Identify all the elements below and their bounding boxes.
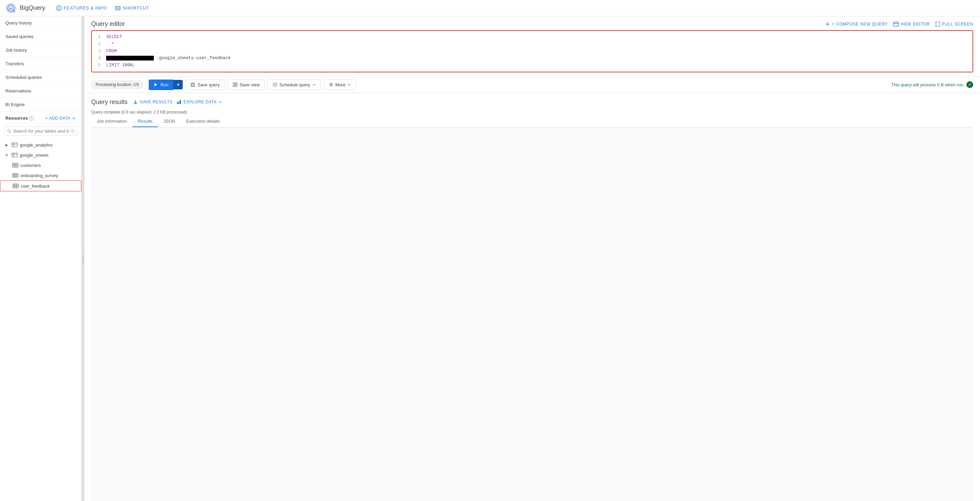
resize-handle[interactable] [82, 16, 84, 501]
results-section: Query results SAVE RESULTS [84, 93, 980, 501]
tree-item-label: customers [21, 163, 41, 168]
tab-job-information[interactable]: Job information [91, 116, 132, 127]
bigquery-logo-icon [5, 3, 16, 14]
features-info-link[interactable]: i FEATURES & INFO [56, 5, 107, 11]
download-icon [133, 100, 138, 105]
svg-rect-44 [192, 83, 194, 84]
svg-rect-9 [118, 7, 118, 8]
save-results-button[interactable]: SAVE RESULTS [133, 100, 172, 105]
hide-editor-link[interactable]: HIDE EDITOR [893, 22, 930, 27]
svg-text:i: i [58, 6, 60, 10]
sidebar-item-query-history[interactable]: Query history [0, 16, 81, 30]
dataset-icon [11, 152, 18, 158]
tab-execution-details[interactable]: Execution details [181, 116, 225, 127]
code-editor[interactable]: 1 SELECT 2 * 3 FROM 4 [91, 30, 973, 72]
chevron-down-icon: ▼ [4, 152, 10, 158]
add-data-button[interactable]: + ADD DATA [45, 116, 76, 120]
svg-point-53 [330, 84, 332, 86]
more-button[interactable]: More [324, 79, 356, 90]
code-from: FROM [106, 48, 117, 55]
tree-item-onboarding-survey[interactable]: onboarding_survey [0, 170, 81, 181]
results-actions: SAVE RESULTS EXPLORE DATA [133, 100, 222, 105]
code-line-1: 1 SELECT [96, 34, 969, 41]
svg-rect-18 [12, 143, 18, 147]
query-editor-section: Query editor + COMPOSE NEW QUERY [84, 16, 980, 93]
header-nav: i FEATURES & INFO SHORTCUT [56, 5, 150, 11]
save-view-button[interactable]: Save view [228, 79, 265, 90]
svg-marker-43 [154, 83, 157, 86]
code-line-2: 2 * [96, 41, 969, 48]
save-query-button[interactable]: Save query [185, 79, 225, 90]
tree-item-label: onboarding_survey [21, 173, 58, 178]
line-num: 1 [96, 34, 101, 41]
save-icon [191, 82, 195, 87]
query-complete-text: Query complete (0.6 sec elapsed, 2.3 KB … [91, 108, 973, 116]
compose-new-query-label: + COMPOSE NEW QUERY [832, 22, 888, 27]
tree-item-google-analytics[interactable]: ▶ google_analytics [0, 140, 81, 150]
svg-rect-55 [177, 102, 178, 104]
dropdown-arrow-icon [72, 116, 76, 120]
tree-section: ▶ google_analytics ▼ google_sheets [0, 138, 81, 501]
svg-point-14 [8, 130, 10, 132]
svg-rect-12 [118, 8, 119, 9]
tree-item-customers[interactable]: customers [0, 160, 81, 170]
main-layout: Query history Saved queries Job history … [0, 16, 980, 501]
tab-results[interactable]: Results [132, 116, 158, 127]
svg-rect-10 [119, 7, 119, 8]
results-title: Query results [91, 98, 127, 106]
sidebar-item-job-history[interactable]: Job history [0, 43, 81, 57]
logo-area: BigQuery [5, 3, 45, 14]
dataset-icon [11, 142, 18, 148]
run-button[interactable]: Run [149, 79, 173, 90]
code-line-3: 3 FROM [96, 48, 969, 55]
schedule-query-button[interactable]: Schedule query [267, 79, 321, 90]
tree-item-label: user_feedback [21, 184, 50, 189]
table-icon [12, 172, 18, 178]
code-content[interactable]: 1 SELECT 2 * 3 FROM 4 [92, 31, 972, 72]
full-screen-label: FULL SCREEN [942, 22, 973, 27]
search-icon [7, 129, 11, 133]
shortcut-link[interactable]: SHORTCUT [115, 5, 149, 11]
svg-rect-49 [235, 85, 237, 87]
code-table-ref: .google_sheets.user_feedback [106, 55, 231, 62]
resources-label: Resources i [5, 116, 34, 120]
tree-item-google-sheets[interactable]: ▼ google_sheets [0, 150, 81, 160]
table-icon [12, 162, 18, 168]
code-select: SELECT [106, 34, 122, 41]
search-help-icon[interactable]: ? [70, 129, 75, 133]
svg-rect-46 [233, 82, 235, 84]
table-path: .google_sheets.user_feedback [156, 55, 231, 60]
resources-info-icon[interactable]: i [29, 116, 34, 120]
query-info-text: This query will process 0 B when run. [891, 82, 964, 87]
tree-item-user-feedback[interactable]: user_feedback [0, 181, 81, 191]
results-body [91, 127, 973, 501]
query-editor-actions: + COMPOSE NEW QUERY HIDE EDITOR [825, 22, 973, 27]
svg-rect-57 [180, 100, 181, 104]
line-num: 3 [96, 48, 101, 55]
line-num: 5 [96, 62, 101, 69]
features-info-label: FEATURES & INFO [64, 5, 107, 11]
hide-editor-label: HIDE EDITOR [901, 22, 930, 27]
explore-data-button[interactable]: EXPLORE DATA [177, 100, 222, 105]
sidebar-item-scheduled-queries[interactable]: Scheduled queries [0, 71, 81, 84]
search-input[interactable] [13, 128, 68, 133]
query-editor-header: Query editor + COMPOSE NEW QUERY [84, 16, 980, 30]
schedule-dropdown-icon [312, 83, 316, 86]
top-header: BigQuery i FEATURES & INFO SHORTCUT [0, 0, 980, 16]
tab-json[interactable]: JSON [158, 116, 181, 127]
clock-icon [272, 82, 277, 87]
resources-header: Resources i + ADD DATA [0, 111, 81, 124]
sidebar-item-bi-engine[interactable]: BI Engine [0, 98, 81, 111]
sidebar-item-saved-queries[interactable]: Saved queries [0, 30, 81, 43]
sidebar-item-reservations[interactable]: Reservations [0, 84, 81, 98]
sidebar-item-transfers[interactable]: Transfers [0, 57, 81, 71]
run-dropdown-button[interactable]: ▼ [173, 80, 183, 89]
app-name: BigQuery [20, 5, 45, 11]
compose-new-query-link[interactable]: + COMPOSE NEW QUERY [825, 22, 888, 27]
code-line-5: 5 LIMIT 1000; [96, 62, 969, 69]
full-screen-link[interactable]: FULL SCREEN [935, 22, 973, 27]
results-header: Query results SAVE RESULTS [91, 93, 973, 108]
svg-rect-41 [894, 22, 898, 26]
svg-rect-21 [12, 153, 18, 157]
explore-dropdown-icon [219, 100, 222, 104]
